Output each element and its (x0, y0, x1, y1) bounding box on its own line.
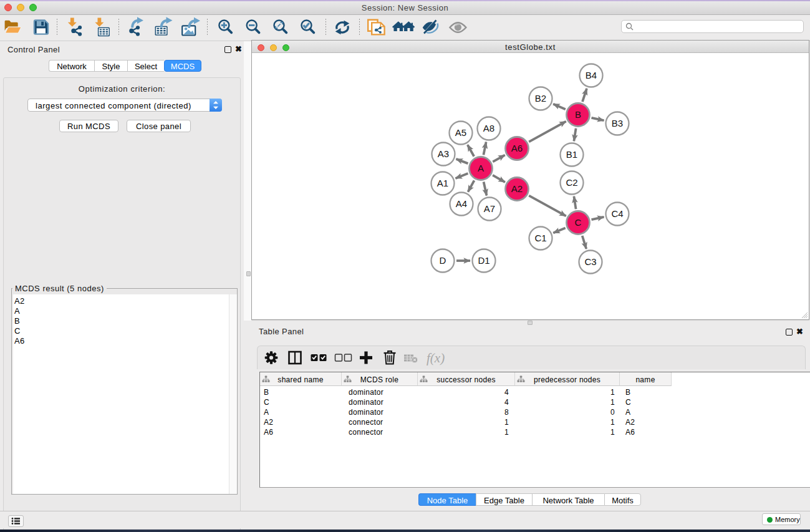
svg-text:C: C (575, 217, 582, 228)
svg-text:B1: B1 (566, 149, 577, 160)
svg-text:A4: A4 (456, 198, 467, 209)
svg-text:B3: B3 (612, 118, 623, 128)
svg-text:D: D (440, 255, 446, 266)
svg-text:C4: C4 (611, 208, 623, 219)
svg-text:C1: C1 (534, 233, 546, 243)
svg-text:A2: A2 (511, 183, 523, 194)
svg-text:A7: A7 (484, 203, 495, 214)
svg-text:A3: A3 (438, 148, 449, 159)
svg-text:A: A (478, 163, 484, 173)
svg-text:D1: D1 (478, 255, 489, 266)
svg-text:f(x): f(x) (427, 351, 445, 365)
svg-text:C3: C3 (584, 256, 596, 267)
svg-text:A6: A6 (511, 143, 523, 153)
svg-text:A1: A1 (437, 178, 448, 188)
svg-text:C2: C2 (566, 177, 577, 188)
svg-text:A5: A5 (455, 127, 466, 138)
svg-text:B: B (575, 109, 581, 120)
svg-text:B4: B4 (586, 70, 597, 80)
svg-text:B2: B2 (535, 93, 546, 104)
svg-text:A8: A8 (483, 123, 494, 133)
